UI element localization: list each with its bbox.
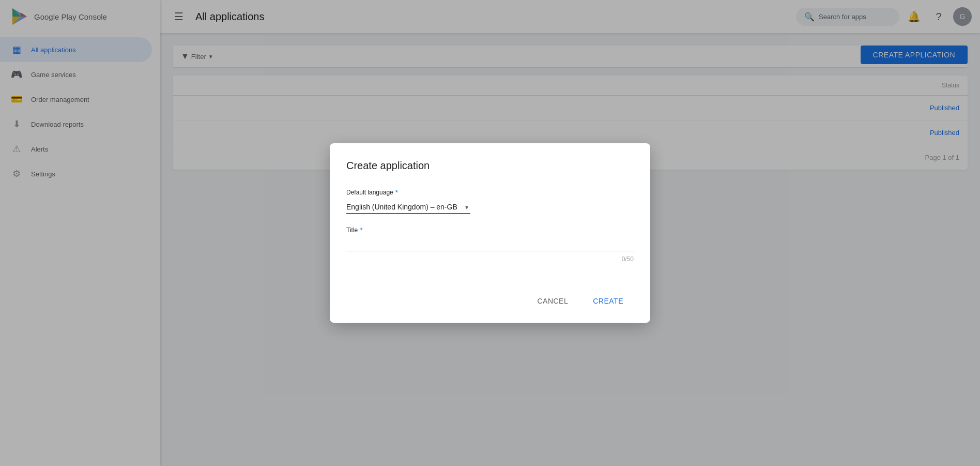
title-label: Title *: [346, 226, 634, 234]
title-form-group: Title * 0/50: [346, 226, 634, 263]
language-label: Default language *: [346, 188, 634, 197]
modal-overlay[interactable]: Create application Default language * En…: [0, 0, 980, 466]
cancel-button[interactable]: CANCEL: [527, 292, 578, 310]
create-button[interactable]: CREATE: [583, 292, 634, 310]
language-required-star: *: [395, 188, 398, 197]
title-required-star: *: [360, 226, 362, 234]
language-select[interactable]: English (United Kingdom) – en-GB English…: [346, 201, 470, 214]
title-input[interactable]: [346, 238, 634, 251]
dialog-title: Create application: [346, 160, 634, 172]
char-count: 0/50: [346, 255, 634, 263]
dialog-actions: CANCEL CREATE: [346, 283, 634, 310]
language-select-wrapper: English (United Kingdom) – en-GB English…: [346, 201, 470, 214]
language-form-group: Default language * English (United Kingd…: [346, 188, 634, 214]
create-application-dialog: Create application Default language * En…: [330, 143, 650, 323]
